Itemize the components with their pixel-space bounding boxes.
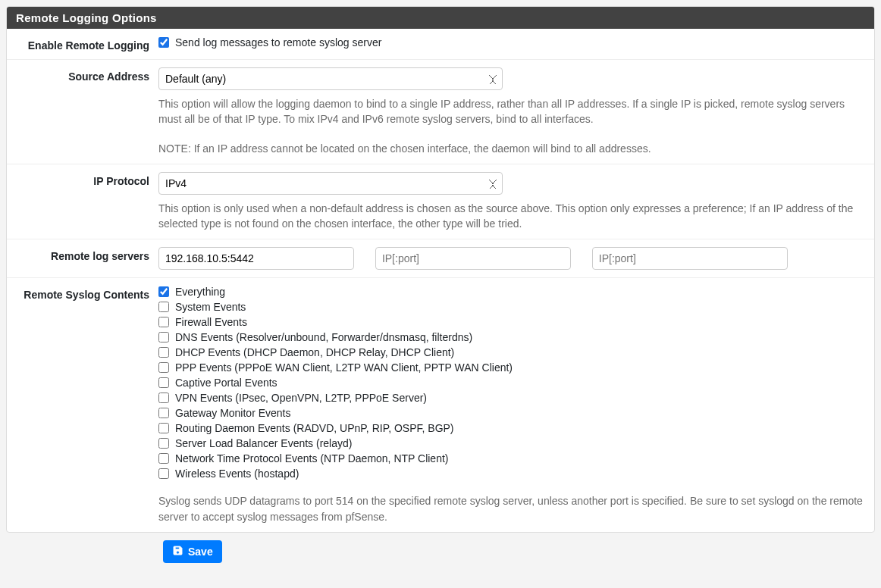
contents-checkbox[interactable] — [158, 468, 169, 479]
contents-label: PPP Events (PPPoE WAN Client, L2TP WAN C… — [175, 361, 513, 374]
row-enable-remote-logging: Enable Remote Logging Send log messages … — [7, 29, 874, 60]
contents-label: Firewall Events — [175, 316, 247, 328]
contents-item: System Events — [158, 301, 863, 313]
contents-label: Captive Portal Events — [175, 377, 277, 389]
contents-item: DNS Events (Resolver/unbound, Forwarder/… — [158, 331, 863, 343]
save-button-label: Save — [188, 546, 213, 558]
contents-label: DHCP Events (DHCP Daemon, DHCP Relay, DH… — [175, 346, 454, 358]
contents-label: Server Load Balancer Events (relayd) — [175, 437, 352, 449]
source-address-select[interactable]: Default (any) — [158, 67, 503, 90]
contents-item: PPP Events (PPPoE WAN Client, L2TP WAN C… — [158, 361, 863, 374]
contents-label: DNS Events (Resolver/unbound, Forwarder/… — [175, 331, 472, 343]
contents-item: Captive Portal Events — [158, 377, 863, 389]
contents-item: Routing Daemon Events (RADVD, UPnP, RIP,… — [158, 422, 863, 434]
source-help-1: This option will allow the logging daemo… — [158, 96, 863, 127]
contents-item: Gateway Monitor Events — [158, 407, 863, 419]
contents-item: Wireless Events (hostapd) — [158, 468, 863, 480]
contents-item: VPN Events (IPsec, OpenVPN, L2TP, PPPoE … — [158, 392, 863, 404]
contents-item: DHCP Events (DHCP Daemon, DHCP Relay, DH… — [158, 346, 863, 358]
label-ipproto: IP Protocol — [7, 172, 158, 232]
contents-checkbox[interactable] — [158, 408, 169, 418]
save-button[interactable]: Save — [163, 540, 222, 563]
contents-checkbox[interactable] — [158, 302, 169, 312]
contents-checkbox[interactable] — [158, 347, 169, 358]
contents-label: Gateway Monitor Events — [175, 407, 291, 419]
contents-item: Everything — [158, 286, 863, 298]
row-remote-syslog-contents: Remote Syslog Contents EverythingSystem … — [7, 278, 874, 532]
save-icon — [172, 545, 183, 558]
row-remote-log-servers: Remote log servers — [7, 239, 874, 278]
contents-label: Routing Daemon Events (RADVD, UPnP, RIP,… — [175, 422, 454, 434]
contents-item: Firewall Events — [158, 316, 863, 328]
contents-label: Everything — [175, 286, 225, 298]
label-enable: Enable Remote Logging — [7, 36, 158, 52]
contents-label: System Events — [175, 301, 246, 313]
contents-checkbox[interactable] — [158, 377, 169, 388]
row-ip-protocol: IP Protocol IPv4 This option is only use… — [7, 164, 874, 240]
contents-checkbox[interactable] — [158, 317, 169, 327]
contents-label: VPN Events (IPsec, OpenVPN, L2TP, PPPoE … — [175, 392, 427, 404]
enable-remote-logging-checkbox[interactable] — [158, 37, 169, 48]
contents-label: Wireless Events (hostapd) — [175, 468, 299, 480]
contents-checkbox[interactable] — [158, 393, 169, 403]
row-source-address: Source Address Default (any) This option… — [7, 60, 874, 164]
ip-protocol-select[interactable]: IPv4 — [158, 172, 503, 195]
remote-logging-panel: Remote Logging Options Enable Remote Log… — [6, 6, 875, 533]
enable-remote-logging-text: Send log messages to remote syslog serve… — [175, 36, 381, 48]
contents-checkbox[interactable] — [158, 423, 169, 433]
ipproto-help: This option is only used when a non-defa… — [158, 201, 863, 232]
remote-server-3-input[interactable] — [592, 247, 788, 270]
contents-checkbox[interactable] — [158, 453, 169, 464]
remote-server-1-input[interactable] — [158, 247, 354, 270]
remote-server-2-input[interactable] — [375, 247, 571, 270]
label-servers: Remote log servers — [7, 247, 158, 270]
contents-checkbox[interactable] — [158, 286, 169, 297]
contents-item: Network Time Protocol Events (NTP Daemon… — [158, 452, 863, 464]
contents-label: Network Time Protocol Events (NTP Daemon… — [175, 452, 449, 464]
source-help-2: NOTE: If an IP address cannot be located… — [158, 141, 863, 156]
label-contents: Remote Syslog Contents — [7, 286, 158, 524]
contents-checkbox[interactable] — [158, 332, 169, 342]
label-source: Source Address — [7, 67, 158, 156]
contents-checkbox[interactable] — [158, 362, 169, 373]
contents-help: Syslog sends UDP datagrams to port 514 o… — [158, 493, 863, 524]
contents-checkbox[interactable] — [158, 438, 169, 449]
panel-title: Remote Logging Options — [7, 7, 874, 29]
contents-item: Server Load Balancer Events (relayd) — [158, 437, 863, 449]
